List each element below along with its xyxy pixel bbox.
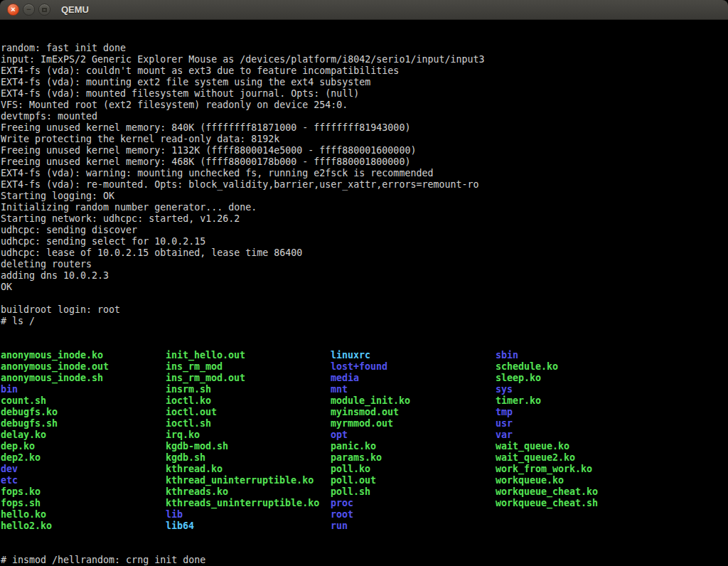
log-line: deleting routers: [1, 259, 728, 270]
file-entry: poll.ko: [331, 464, 496, 475]
file-entry: dep2.ko: [1, 452, 166, 464]
window-title: QEMU: [61, 4, 89, 15]
qemu-window: × − QEMU random: fast init doneinput: Im…: [0, 0, 728, 566]
file-entry: sbin: [496, 350, 660, 361]
log-line: Starting network: udhcpc: started, v1.26…: [1, 213, 728, 225]
tail-log: # insmod /hellrandom: crng init done# in…: [1, 555, 728, 566]
log-line: [1, 293, 728, 304]
file-entry: anonymous_inode.out: [1, 361, 166, 373]
file-entry: work_from_work.ko: [496, 464, 660, 475]
file-entry: sys: [496, 384, 660, 395]
file-entry: anonymous_inode.ko: [1, 350, 166, 361]
log-line: Initializing random number generator... …: [1, 202, 728, 213]
log-line: udhcpc: sending discover: [1, 225, 728, 236]
file-entry: usr: [496, 418, 660, 429]
file-entry: mnt: [331, 384, 496, 395]
file-entry: ins_rm_mod.out: [166, 373, 331, 384]
file-entry: ioctl.out: [166, 407, 331, 418]
file-entry: debugfs.ko: [1, 407, 166, 418]
file-entry: lib: [166, 509, 331, 520]
file-entry: insrm.sh: [166, 384, 331, 395]
file-entry: module_init.ko: [331, 395, 496, 407]
file-entry: poll.sh: [331, 486, 496, 498]
file-entry: var: [496, 429, 660, 441]
close-button[interactable]: ×: [7, 4, 19, 16]
log-line: devtmpfs: mounted: [1, 111, 728, 122]
file-entry: wait_queue.ko: [496, 441, 660, 452]
file-entry: workqueue.ko: [496, 475, 660, 486]
log-line: Freeing unused kernel memory: 840K (ffff…: [1, 122, 728, 134]
file-entry: kthreads_uninterruptible.ko: [166, 498, 331, 509]
minimize-button[interactable]: −: [23, 4, 35, 16]
file-entry: debugfs.sh: [1, 418, 166, 429]
file-entry: ins_rm_mod: [166, 361, 331, 373]
file-entry: dep.ko: [1, 441, 166, 452]
file-entry: lost+found: [331, 361, 496, 373]
file-entry: etc: [1, 475, 166, 486]
listing-row: dep.kokgdb-mod.shpanic.kowait_queue.ko: [1, 441, 728, 452]
listing-row: bininsrm.shmntsys: [1, 384, 728, 395]
file-entry: workqueue_cheat.ko: [496, 486, 660, 498]
boot-log: random: fast init doneinput: ImExPS/2 Ge…: [1, 43, 728, 327]
file-entry: delay.ko: [1, 429, 166, 441]
file-entry: kthreads.ko: [166, 486, 331, 498]
file-entry: anonymous_inode.sh: [1, 373, 166, 384]
file-entry: proc: [331, 498, 496, 509]
log-line: udhcpc: lease of 10.0.2.15 obtained, lea…: [1, 247, 728, 259]
log-line: VFS: Mounted root (ext2 filesystem) read…: [1, 100, 728, 111]
file-entry: wait_queue2.ko: [496, 452, 660, 464]
file-entry: init_hello.out: [166, 350, 331, 361]
file-entry: myrmmod.out: [331, 418, 496, 429]
log-line: EXT4-fs (vda): couldn't mount as ext3 du…: [1, 65, 728, 77]
file-entry: media: [331, 373, 496, 384]
listing-row: count.shioctl.komodule_init.kotimer.ko: [1, 395, 728, 407]
log-line: EXT4-fs (vda): warning: mounting uncheck…: [1, 168, 728, 179]
maximize-icon: [42, 8, 47, 12]
listing-row: etckthread_uninterruptible.kopoll.outwor…: [1, 475, 728, 486]
listing-row: hello2.kolib64run: [1, 520, 728, 532]
log-line: # ls /: [1, 316, 728, 327]
listing-row: fops.shkthreads_uninterruptible.koprocwo…: [1, 498, 728, 509]
file-entry: bin: [1, 384, 166, 395]
file-entry: hello.ko: [1, 509, 166, 520]
log-line: Write protecting the kernel read-only da…: [1, 134, 728, 145]
file-entry: linuxrc: [331, 350, 496, 361]
file-entry: dev: [1, 464, 166, 475]
terminal-screen[interactable]: random: fast init doneinput: ImExPS/2 Ge…: [0, 20, 728, 566]
file-entry: irq.ko: [166, 429, 331, 441]
file-entry: count.sh: [1, 395, 166, 407]
listing-row: hello.kolibroot: [1, 509, 728, 520]
file-entry: ioctl.ko: [166, 395, 331, 407]
log-line: EXT4-fs (vda): mounted filesystem withou…: [1, 88, 728, 100]
file-entry: poll.out: [331, 475, 496, 486]
minimize-icon: −: [26, 6, 31, 14]
log-line: adding dns 10.0.2.3: [1, 270, 728, 282]
listing-row: debugfs.shioctl.shmyrmmod.outusr: [1, 418, 728, 429]
file-entry: opt: [331, 429, 496, 441]
listing-row: devkthread.kopoll.kowork_from_work.ko: [1, 464, 728, 475]
file-entry: tmp: [496, 407, 660, 418]
maximize-button[interactable]: [38, 4, 50, 16]
file-entry: timer.ko: [496, 395, 660, 407]
log-line: Starting logging: OK: [1, 191, 728, 202]
file-entry: root: [331, 509, 496, 520]
log-line: OK: [1, 282, 728, 293]
file-entry: run: [331, 520, 496, 532]
listing-row: fops.kokthreads.kopoll.shworkqueue_cheat…: [1, 486, 728, 498]
log-line: buildroot login: root: [1, 304, 728, 316]
file-entry: panic.ko: [331, 441, 496, 452]
log-line: EXT4-fs (vda): re-mounted. Opts: block_v…: [1, 179, 728, 191]
file-listing: anonymous_inode.koinit_hello.outlinuxrcs…: [1, 350, 728, 532]
window-titlebar: × − QEMU: [0, 0, 728, 20]
file-entry: hello2.ko: [1, 520, 166, 532]
file-entry: fops.sh: [1, 498, 166, 509]
window-controls: × −: [7, 4, 54, 16]
file-entry: kthread_uninterruptible.ko: [166, 475, 331, 486]
listing-row: anonymous_inode.shins_rm_mod.outmediasle…: [1, 373, 728, 384]
log-line: EXT4-fs (vda): mounting ext2 file system…: [1, 77, 728, 88]
file-entry: params.ko: [331, 452, 496, 464]
listing-row: anonymous_inode.koinit_hello.outlinuxrcs…: [1, 350, 728, 361]
close-icon: ×: [11, 6, 15, 14]
log-line: Freeing unused kernel memory: 1132K (fff…: [1, 145, 728, 156]
file-entry: kgdb.sh: [166, 452, 331, 464]
